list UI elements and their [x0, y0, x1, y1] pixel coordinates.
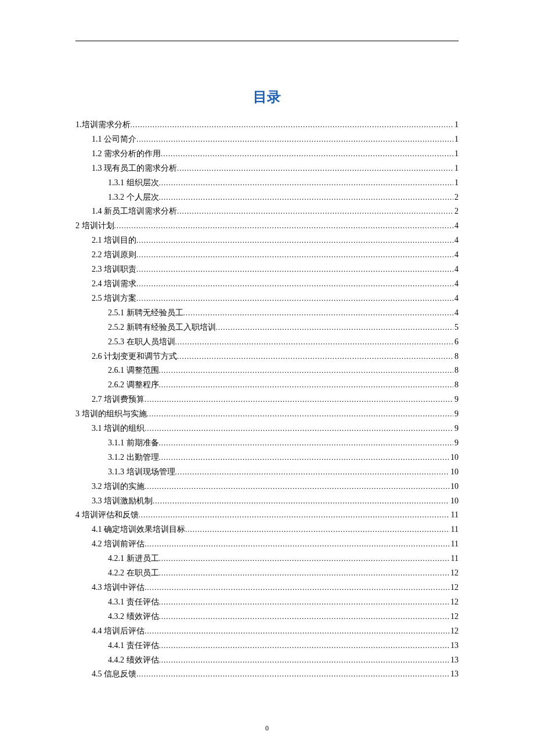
toc-leader-dots [175, 465, 450, 478]
toc-entry: 3.1.2 出勤管理10 [75, 451, 459, 465]
toc-entry-page: 8 [453, 363, 459, 378]
toc-entry-page: 5 [453, 321, 459, 335]
toc-entry-page: 4 [453, 248, 459, 262]
toc-leader-dots [216, 321, 454, 334]
toc-entry: 1.培训需求分析1 [75, 118, 459, 132]
toc-entry-page: 9 [453, 393, 459, 407]
toc-leader-dots [136, 233, 453, 247]
toc-leader-dots [145, 624, 449, 638]
toc-entry-label: 2.3 培训职责 [92, 262, 136, 277]
toc-entry-label: 3.1 培训的组织 [92, 422, 145, 436]
toc-entry: 4.4 培训后评估12 [75, 624, 459, 639]
toc-entry: 4.2.1 新进员工11 [75, 552, 459, 566]
toc-entry-page: 12 [449, 624, 459, 639]
toc-entry: 1.3.2 个人层次2 [75, 190, 459, 205]
toc-entry: 3.2 培训的实施10 [75, 480, 459, 494]
toc-entry-page: 11 [450, 508, 459, 523]
toc-entry-page: 10 [449, 465, 459, 480]
toc-entry-page: 8 [453, 350, 459, 364]
toc-entry: 4.4.2 绩效评估13 [75, 653, 459, 668]
toc-entry-page: 2 [453, 204, 459, 219]
toc-leader-dots [159, 378, 454, 391]
toc-leader-dots [145, 581, 449, 594]
toc-entry: 4.2 培训前评估11 [75, 537, 459, 552]
toc-entry-page: 11 [450, 552, 459, 566]
toc-leader-dots [177, 350, 453, 363]
toc-entry-page: 9 [453, 436, 459, 451]
toc-leader-dots [159, 190, 454, 204]
toc-entry: 4.1 确定培训效果培训目标11 [75, 523, 459, 537]
toc-leader-dots [159, 363, 454, 377]
toc-entry-label: 4.2.2 在职员工 [108, 566, 159, 581]
toc-entry-label: 4.3.1 责任评估 [108, 595, 159, 610]
toc-leader-dots [159, 552, 450, 565]
toc-entry-label: 4.4.1 责任评估 [108, 639, 159, 653]
toc-leader-dots [147, 407, 454, 420]
toc-entry: 4.5 信息反馈13 [75, 667, 459, 682]
toc-entry-label: 2.1 培训目的 [92, 233, 136, 248]
toc-entry-label: 2.4 培训需求 [92, 277, 136, 291]
toc-entry: 2.6.2 调整程序8 [75, 378, 459, 393]
toc-entry: 3.1.1 前期准备9 [75, 436, 459, 451]
toc-entry: 2.5.2 新聘有经验员工入职培训5 [75, 321, 459, 335]
page-number: 0 [265, 724, 269, 733]
toc-entry-label: 4.3 培训中评估 [92, 581, 145, 595]
toc-entry-page: 10 [449, 451, 459, 465]
toc-entry-label: 3.2 培训的实施 [92, 480, 145, 494]
toc-entry: 2 培训计划4 [75, 219, 459, 233]
toc-entry: 1.3.1 组织层次1 [75, 176, 459, 190]
toc-leader-dots [145, 393, 453, 406]
toc-entry: 1.3 现有员工的需求分析1 [75, 161, 459, 176]
toc-entry-page: 4 [453, 262, 459, 277]
toc-entry-label: 1.3.1 组织层次 [108, 176, 159, 190]
toc-leader-dots [114, 219, 454, 232]
toc-entry-label: 4.4 培训后评估 [92, 624, 145, 639]
toc-leader-dots [159, 451, 450, 464]
toc-entry: 2.3 培训职责4 [75, 262, 459, 277]
toc-entry-page: 8 [453, 378, 459, 393]
toc-entry-label: 2.2 培训原则 [92, 248, 136, 262]
table-of-contents: 1.培训需求分析11.1 公司简介11.2 需求分析的作用11.3 现有员工的需… [75, 118, 459, 682]
toc-entry-page: 4 [453, 306, 459, 321]
toc-entry-page: 4 [453, 219, 459, 233]
toc-entry: 2.5.3 在职人员培训6 [75, 335, 459, 350]
toc-entry-label: 4.2 培训前评估 [92, 537, 145, 552]
toc-entry-label: 2.5.3 在职人员培训 [108, 335, 175, 350]
toc-entry-label: 2.6.2 调整程序 [108, 378, 159, 393]
toc-entry-page: 4 [453, 277, 459, 291]
toc-entry: 4.4.1 责任评估13 [75, 639, 459, 653]
toc-entry-page: 9 [453, 422, 459, 436]
toc-entry-page: 13 [449, 667, 459, 682]
toc-title: 目录 [75, 88, 459, 106]
toc-leader-dots [159, 176, 454, 189]
toc-entry-label: 4 培训评估和反馈 [75, 508, 139, 523]
toc-entry-page: 4 [453, 291, 459, 306]
toc-entry-label: 4.1 确定培训效果培训目标 [92, 523, 185, 537]
toc-leader-dots [145, 480, 449, 493]
toc-entry: 1.1 公司简介1 [75, 132, 459, 147]
toc-entry-label: 1.3.2 个人层次 [108, 190, 159, 205]
toc-entry-label: 1.4 新员工培训需求分析 [92, 204, 177, 219]
toc-entry: 1.2 需求分析的作用1 [75, 147, 459, 161]
toc-entry-label: 2.5.2 新聘有经验员工入职培训 [108, 321, 216, 335]
toc-entry: 3.3 培训激励机制10 [75, 494, 459, 509]
toc-entry: 2.6 计划变更和调节方式8 [75, 350, 459, 364]
toc-entry: 3 培训的组织与实施9 [75, 407, 459, 422]
toc-leader-dots [159, 610, 450, 623]
toc-entry-label: 1.培训需求分析 [75, 118, 131, 132]
toc-leader-dots [159, 595, 450, 609]
toc-leader-dots [185, 523, 450, 536]
toc-entry: 4.3.2 绩效评估12 [75, 610, 459, 624]
toc-leader-dots [177, 161, 453, 175]
toc-entry-page: 12 [449, 566, 459, 581]
toc-leader-dots [159, 639, 450, 652]
toc-leader-dots [136, 248, 453, 261]
toc-entry-page: 10 [449, 480, 459, 494]
toc-entry-label: 2.7 培训费预算 [92, 393, 145, 407]
toc-entry-label: 4.2.1 新进员工 [108, 552, 159, 566]
toc-entry-page: 12 [449, 610, 459, 624]
toc-entry: 3.1 培训的组织9 [75, 422, 459, 436]
toc-leader-dots [175, 335, 454, 348]
toc-entry-label: 2.5 培训方案 [92, 291, 136, 306]
toc-entry-page: 1 [453, 161, 459, 176]
